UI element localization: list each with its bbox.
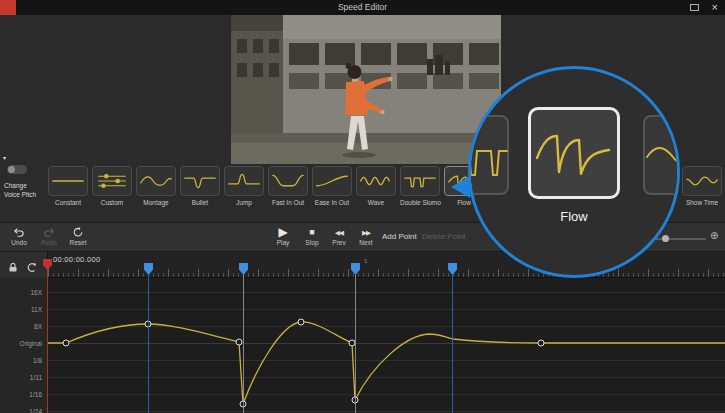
ruler-tick (193, 273, 194, 277)
ruler-tick (613, 273, 614, 277)
ruler-tick (408, 269, 409, 277)
ruler-tick (123, 273, 124, 277)
preset-label: Montage (136, 199, 176, 206)
ruler-tick (668, 273, 669, 277)
curve-control-point[interactable] (240, 401, 246, 407)
ruler-tick (388, 273, 389, 277)
ruler-tick (428, 273, 429, 277)
ruler-tick (468, 269, 469, 277)
ruler-tick (688, 273, 689, 277)
ruler-tick (633, 273, 634, 277)
preset-tile-show-time[interactable]: Show Time (682, 166, 722, 220)
redo-button[interactable]: Redo (36, 226, 62, 246)
maximize-icon[interactable] (690, 4, 699, 11)
ruler-tick (343, 273, 344, 277)
preset-tile-montage[interactable]: Montage (136, 166, 176, 220)
zoom-slider[interactable] (656, 238, 706, 240)
ruler-tick (508, 273, 509, 277)
ruler-tick (163, 273, 164, 277)
preset-label: Double Slomo (400, 199, 440, 206)
curve-control-point[interactable] (352, 397, 358, 403)
preset-label: Ease In Out (312, 199, 352, 206)
ruler-tick (68, 273, 69, 277)
ruler-tick (398, 273, 399, 277)
ruler-tick (533, 273, 534, 277)
ruler-tick (238, 273, 239, 277)
ruler-tick (138, 269, 139, 277)
curve-control-point[interactable] (236, 339, 242, 345)
ruler-tick (153, 273, 154, 277)
ruler-tick (303, 273, 304, 277)
reset-button[interactable]: Reset (64, 226, 92, 246)
voice-pitch-toggle[interactable] (7, 165, 27, 174)
ruler-tick (383, 273, 384, 277)
curve-control-point[interactable] (298, 319, 304, 325)
double-slomo-curve-icon (400, 166, 440, 196)
ruler-tick (263, 273, 264, 277)
close-icon[interactable]: × (712, 0, 718, 15)
preset-tile-double-slomo[interactable]: Double Slomo (400, 166, 440, 220)
reset-icon (64, 226, 92, 239)
speed-curve[interactable] (48, 322, 725, 404)
speed-curve-canvas[interactable] (0, 278, 725, 413)
ruler-tick (378, 269, 379, 277)
ruler-tick (483, 273, 484, 277)
lock-icon[interactable] (8, 259, 18, 277)
preset-tile-fast-in-out[interactable]: Fast In Out (268, 166, 308, 220)
preset-label: Bullet (180, 199, 220, 206)
next-button[interactable]: ▶▶ Next (354, 226, 378, 246)
speed-curve-graph[interactable]: 16X11X8XOriginal1/81/111/161/24 (0, 278, 725, 413)
ruler-tick (498, 269, 499, 277)
preset-label: Jump (224, 199, 264, 206)
time-ruler[interactable]: 1 (48, 264, 725, 277)
ruler-tick (93, 273, 94, 277)
ruler-tick (258, 269, 259, 277)
preset-tile-custom[interactable]: Custom (92, 166, 132, 220)
zoom-slider-handle[interactable] (662, 235, 669, 242)
ruler-tick (618, 269, 619, 277)
ruler-tick (53, 273, 54, 277)
ruler-tick (718, 273, 719, 277)
ruler-tick (638, 273, 639, 277)
zoom-in-icon[interactable]: ⊕ (710, 230, 718, 241)
callout-arrow-icon (451, 176, 470, 198)
preset-tile-wave[interactable]: Wave (356, 166, 396, 220)
next-icon: ▶▶ (354, 226, 378, 239)
curve-control-point[interactable] (538, 340, 544, 346)
speed-editor-window: Speed Editor × (0, 0, 725, 413)
titlebar: Speed Editor × (0, 0, 725, 15)
ruler-tick (373, 273, 374, 277)
ruler-tick (158, 273, 159, 277)
curve-control-point[interactable] (145, 321, 151, 327)
ruler-tick (103, 273, 104, 277)
collapse-arrow-icon[interactable]: ▾ (3, 154, 6, 161)
ruler-tick (458, 273, 459, 277)
ruler-tick (173, 273, 174, 277)
preset-label: Custom (92, 199, 132, 206)
ruler-tick (63, 273, 64, 277)
ruler-tick (403, 273, 404, 277)
delete-point-button[interactable]: Delete Point (422, 223, 466, 251)
montage-curve-icon (136, 166, 176, 196)
ruler-tick (58, 273, 59, 277)
preset-tile-ease-in-out[interactable]: Ease In Out (312, 166, 352, 220)
curve-mode-icon[interactable] (26, 259, 37, 277)
ruler-tick (323, 273, 324, 277)
prev-button[interactable]: ◀◀ Prev (326, 226, 352, 246)
video-preview (231, 15, 501, 164)
play-button[interactable]: ▶ Play (270, 226, 296, 246)
stop-button[interactable]: ■ Stop (300, 226, 324, 246)
ruler-tick (443, 273, 444, 277)
ruler-tick (83, 273, 84, 277)
preset-tile-jump[interactable]: Jump (224, 166, 264, 220)
flow-magnifier-callout: Flow (468, 66, 680, 278)
curve-control-point[interactable] (349, 340, 355, 346)
preset-tile-bullet[interactable]: Bullet (180, 166, 220, 220)
ruler-tick (333, 273, 334, 277)
preset-label: Wave (356, 199, 396, 206)
add-point-button[interactable]: Add Point (382, 223, 417, 251)
curve-control-point[interactable] (63, 340, 69, 346)
preset-tile-constant[interactable]: Constant (48, 166, 88, 220)
ruler-tick (298, 273, 299, 277)
undo-button[interactable]: Undo (6, 226, 32, 246)
